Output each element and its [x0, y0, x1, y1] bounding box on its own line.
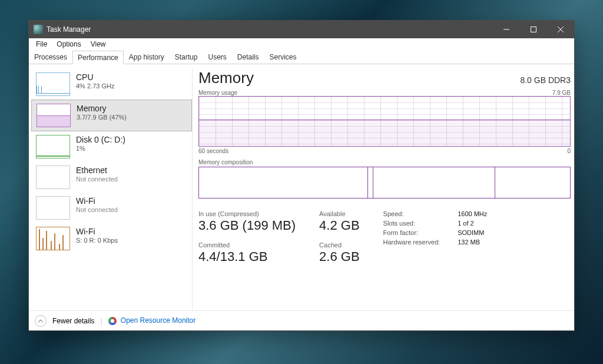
sidebar-eth-name: Ethernet — [76, 166, 118, 175]
menu-view[interactable]: View — [86, 39, 111, 49]
tab-startup[interactable]: Startup — [170, 50, 203, 64]
tabstrip: Processes Performance App history Startu… — [29, 50, 574, 64]
comp-seg-modified — [368, 167, 373, 198]
wifi1-sparkline-icon — [36, 196, 70, 220]
maximize-button[interactable] — [520, 21, 547, 38]
memory-sparkline-icon — [37, 104, 71, 127]
sidebar-wifi2-name: Wi-Fi — [76, 227, 118, 236]
in-use-label: In use (Compressed) — [198, 210, 296, 217]
tab-app-history[interactable]: App history — [124, 50, 170, 64]
disk-sparkline-icon — [36, 135, 70, 158]
svg-rect-1 — [531, 27, 536, 32]
main-panel[interactable]: Memory 8.0 GB DDR3 Memory usage 7.9 GB 6… — [193, 64, 574, 310]
task-manager-window: Task Manager File Options View Processes… — [28, 20, 575, 331]
menu-file[interactable]: File — [31, 39, 52, 49]
comp-chart-label: Memory composition — [198, 159, 571, 166]
titlebar[interactable]: Task Manager — [29, 21, 574, 38]
usage-chart-label: Memory usage — [198, 90, 237, 96]
content: CPU 4% 2.73 GHz Memory 3.7/7.9 GB (47%) … — [29, 64, 574, 310]
sidebar-mem-sub: 3.7/7.9 GB (47%) — [77, 114, 127, 121]
tab-services[interactable]: Services — [264, 50, 302, 64]
form-key: Form factor: — [383, 229, 440, 236]
cached-value: 2.6 GB — [319, 249, 359, 264]
slots-key: Slots used: — [383, 220, 440, 227]
sidebar-item-memory[interactable]: Memory 3.7/7.9 GB (47%) — [31, 100, 192, 131]
slots-val: 1 of 2 — [458, 220, 487, 227]
window-title: Task Manager — [47, 25, 493, 34]
tab-users[interactable]: Users — [203, 50, 231, 64]
footer: Fewer details | Open Resource Monitor — [29, 310, 574, 330]
wifi2-sparkline-icon — [36, 227, 70, 250]
usage-chart-max: 7.9 GB — [552, 90, 571, 96]
committed-value: 4.4/13.1 GB — [198, 249, 296, 264]
headline: Memory 8.0 GB DDR3 — [198, 69, 571, 87]
usage-x-left: 60 seconds — [198, 148, 228, 154]
menubar: File Options View — [29, 38, 574, 50]
available-value: 4.2 GB — [319, 218, 359, 233]
memory-capacity: 8.0 GB DDR3 — [520, 75, 571, 85]
tab-processes[interactable]: Processes — [29, 50, 72, 64]
sidebar-cpu-sub: 4% 2.73 GHz — [76, 82, 114, 90]
footer-sep: | — [100, 317, 102, 325]
open-resource-monitor-link[interactable]: Open Resource Monitor — [108, 316, 196, 325]
hw-val: 132 MB — [458, 239, 487, 246]
hw-key: Hardware reserved: — [383, 239, 440, 246]
sidebar-wifi1-name: Wi-Fi — [76, 196, 118, 206]
memory-composition-chart — [198, 167, 571, 198]
sidebar-item-wifi-2[interactable]: Wi-Fi S: 0 R: 0 Kbps — [31, 223, 192, 254]
resource-monitor-icon — [108, 317, 117, 325]
sidebar-disk-name: Disk 0 (C: D:) — [76, 135, 125, 144]
sidebar-item-disk0[interactable]: Disk 0 (C: D:) 1% — [31, 131, 192, 162]
spec-table: Speed: 1600 MHz Slots used: 1 of 2 Form … — [383, 210, 488, 246]
sidebar-wifi1-sub: Not connected — [76, 206, 118, 213]
fewer-details-button[interactable]: Fewer details — [52, 317, 94, 325]
resource-monitor-label: Open Resource Monitor — [121, 316, 196, 325]
available-label: Available — [319, 210, 359, 217]
stats-grid: In use (Compressed) 3.6 GB (199 MB) Comm… — [198, 210, 571, 264]
ethernet-sparkline-icon — [36, 166, 70, 189]
tab-details[interactable]: Details — [232, 50, 264, 64]
committed-label: Committed — [198, 241, 296, 249]
perf-sidebar: CPU 4% 2.73 GHz Memory 3.7/7.9 GB (47%) … — [31, 69, 193, 310]
minimize-button[interactable] — [493, 21, 520, 38]
page-title: Memory — [198, 69, 254, 87]
close-button[interactable] — [547, 21, 574, 38]
sidebar-scroll[interactable]: CPU 4% 2.73 GHz Memory 3.7/7.9 GB (47%) … — [31, 69, 192, 310]
form-val: SODIMM — [458, 229, 487, 236]
sidebar-item-cpu[interactable]: CPU 4% 2.73 GHz — [31, 69, 192, 100]
memory-usage-line — [199, 120, 570, 146]
sidebar-cpu-name: CPU — [76, 72, 114, 82]
tab-performance[interactable]: Performance — [72, 51, 124, 64]
sidebar-wifi2-sub: S: 0 R: 0 Kbps — [76, 237, 118, 244]
comp-seg-in-use — [199, 167, 368, 198]
usage-x-right: 0 — [567, 148, 571, 154]
in-use-value: 3.6 GB (199 MB) — [198, 218, 296, 233]
speed-key: Speed: — [383, 210, 440, 217]
sidebar-eth-sub: Not connected — [76, 176, 118, 183]
sidebar-item-wifi-1[interactable]: Wi-Fi Not connected — [31, 193, 192, 223]
cpu-sparkline-icon — [36, 72, 70, 96]
sidebar-disk-sub: 1% — [76, 145, 125, 152]
comp-seg-free — [495, 167, 570, 198]
cached-label: Cached — [319, 241, 359, 249]
speed-val: 1600 MHz — [458, 210, 487, 217]
sidebar-item-ethernet[interactable]: Ethernet Not connected — [31, 162, 192, 193]
app-icon — [34, 25, 43, 34]
comp-seg-standby — [373, 167, 495, 198]
chevron-up-icon[interactable] — [35, 315, 47, 327]
menu-options[interactable]: Options — [52, 39, 85, 49]
memory-usage-chart — [198, 96, 571, 147]
sidebar-mem-name: Memory — [77, 104, 127, 113]
